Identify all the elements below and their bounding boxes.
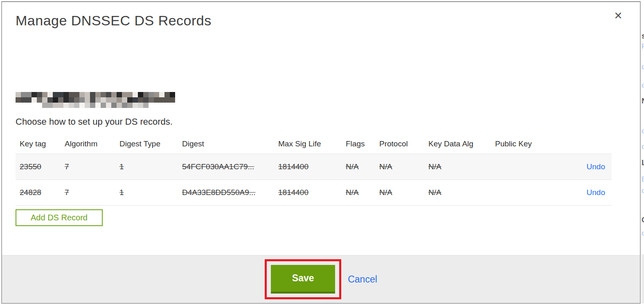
cell-key-tag: 23550: [16, 154, 65, 179]
background-text-fragment: N: [642, 97, 644, 105]
table-row: 23550 7 1 54FCF030AA1C79... 1814400 N/A …: [16, 154, 612, 179]
intro-text: Choose how to set up your DS records.: [16, 117, 173, 127]
undo-link[interactable]: Undo: [587, 188, 605, 197]
cell-protocol: N/A: [379, 154, 428, 179]
cell-actions: Undo: [556, 179, 612, 205]
ds-records-table: Key tag Algorithm Digest Type Digest Max…: [16, 134, 612, 206]
background-text-fragment: d: [642, 63, 644, 71]
col-header-actions: [556, 134, 612, 154]
cell-public-key: [495, 179, 556, 205]
cell-digest: 54FCF030AA1C79...: [182, 154, 278, 179]
background-text-fragment: C: [642, 216, 644, 224]
background-text-fragment: o: [642, 82, 644, 89]
cell-protocol: N/A: [379, 179, 428, 205]
background-text-fragment: L: [642, 159, 644, 167]
col-header-digest-type: Digest Type: [119, 134, 182, 154]
col-header-digest: Digest: [182, 134, 278, 154]
cell-max-sig-life: 1814400: [278, 154, 346, 179]
cancel-link[interactable]: Cancel: [348, 274, 377, 285]
background-footer-sliver: [642, 254, 644, 303]
col-header-key-data-alg: Key Data Alg: [428, 134, 495, 154]
cell-flags: N/A: [346, 179, 379, 205]
cell-digest: D4A33E8DD550A9...: [182, 179, 278, 205]
cell-algorithm: 7: [65, 179, 119, 205]
save-button[interactable]: Save: [271, 265, 335, 294]
cell-algorithm: 7: [65, 154, 119, 179]
cell-public-key: [495, 154, 556, 179]
modal-footer: Save Cancel: [2, 255, 640, 303]
background-page-sliver: s d N o L o C o E o P o: [642, 0, 644, 305]
add-ds-record-button[interactable]: Add DS Record: [16, 209, 103, 226]
cell-actions: Undo: [556, 154, 612, 179]
cell-max-sig-life: 1814400: [278, 179, 346, 205]
manage-dnssec-modal: Manage DNSSEC DS Records ✕ Choose how to…: [1, 1, 641, 304]
table-header-row: Key tag Algorithm Digest Type Digest Max…: [16, 134, 612, 154]
col-header-algorithm: Algorithm: [65, 134, 119, 154]
page-title: Manage DNSSEC DS Records: [16, 13, 212, 29]
background-text-fragment: o: [642, 143, 644, 150]
red-annotation-box: Save: [265, 259, 341, 299]
table-row: 24828 7 1 D4A33E8DD550A9... 1814400 N/A …: [16, 179, 612, 205]
col-header-max-sig-life: Max Sig Life: [278, 134, 346, 154]
cell-key-data-alg: N/A: [428, 154, 495, 179]
background-text-fragment: o: [642, 230, 644, 237]
cell-flags: N/A: [346, 154, 379, 179]
cell-key-tag: 24828: [16, 179, 65, 205]
cell-digest-type: 1: [119, 179, 182, 205]
background-text-fragment: o: [642, 187, 644, 195]
screen: Manage DNSSEC DS Records ✕ Choose how to…: [0, 0, 644, 305]
redacted-domain-name: [16, 92, 175, 108]
col-header-key-tag: Key tag: [16, 134, 65, 154]
undo-link[interactable]: Undo: [587, 162, 605, 171]
background-text-fragment: E: [642, 176, 644, 183]
background-text-fragment: o: [642, 128, 644, 135]
col-header-public-key: Public Key: [495, 134, 556, 154]
background-text-fragment: P: [642, 43, 644, 50]
col-header-protocol: Protocol: [379, 134, 428, 154]
cell-key-data-alg: N/A: [428, 179, 495, 205]
col-header-flags: Flags: [346, 134, 379, 154]
background-text-fragment: s: [642, 32, 644, 40]
close-icon[interactable]: ✕: [611, 9, 625, 22]
cell-digest-type: 1: [119, 154, 182, 179]
